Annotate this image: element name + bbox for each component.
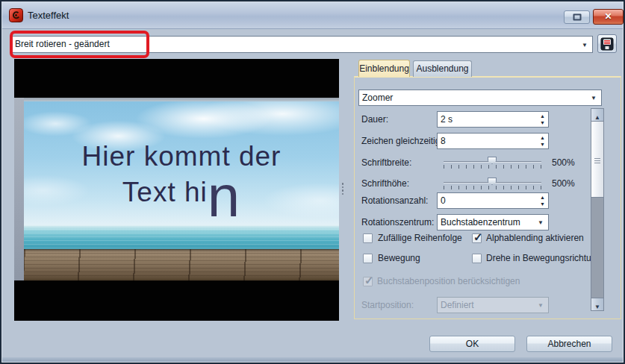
scroll-down-icon: ▼ [594, 304, 600, 310]
effect-combobox[interactable]: Zoomer ▼ [358, 90, 602, 106]
ocean-background [24, 225, 339, 249]
spin-up-icon[interactable]: ▲ [540, 195, 545, 200]
check-icon: ✓ [473, 230, 483, 244]
startposition-label: Startposition: [361, 297, 414, 313]
panel-scrollbar[interactable]: ▲ ▼ [591, 108, 604, 311]
preview-caption: Hier kommt der Text hin [24, 141, 339, 207]
preview-text-line2: Text hin [24, 178, 339, 207]
splitter-handle[interactable] [341, 183, 344, 198]
chevron-down-icon[interactable]: ▼ [582, 41, 588, 48]
close-button[interactable]: ✕ [593, 9, 624, 25]
rotationsanzahl-value: 0 [441, 193, 446, 208]
checkbox-bewegung[interactable] [363, 254, 373, 263]
drehe-label: Drehe in Bewegungsrichtung [486, 253, 601, 264]
cancel-button[interactable]: Abbrechen [526, 336, 612, 352]
rotationsanzahl-spinbox[interactable]: 0 ▲ ▼ [437, 192, 549, 209]
window-title: Texteffekt [28, 2, 69, 28]
preset-combobox[interactable]: Breit rotieren - geändert ▼ [10, 36, 593, 53]
scrollbar-down-button[interactable]: ▼ [591, 298, 603, 310]
effect-value: Zoomer [362, 90, 393, 105]
zeichen-label: Zeichen gleichzeitig: [361, 133, 443, 149]
video-preview: Hier kommt der Text hin [14, 59, 339, 321]
floppy-disk-icon [600, 37, 614, 51]
chevron-down-icon: ▼ [538, 302, 544, 309]
dauer-label: Dauer: [361, 111, 388, 128]
rotationszentrum-value: Buchstabenzentrum [441, 215, 520, 230]
letterbox-top [14, 59, 339, 98]
schriftbreite-label: Schriftbreite: [361, 154, 411, 171]
zoomed-letter: n [208, 181, 240, 211]
scrollbar-up-button[interactable]: ▲ [591, 109, 603, 122]
chevron-down-icon: ▼ [538, 219, 544, 226]
startposition-combobox: Definiert ▼ [437, 297, 549, 313]
checkbox-drehe-in-bewegungsrichtung[interactable] [472, 254, 482, 263]
window-bottom-edge [2, 357, 623, 362]
dauer-value: 2 s [441, 112, 453, 127]
spin-up-icon[interactable]: ▲ [540, 114, 545, 119]
startposition-value: Definiert [441, 298, 474, 313]
dauer-spinbox[interactable]: 2 s ▲ ▼ [437, 111, 549, 128]
scrollbar-grip-icon [594, 158, 600, 164]
preview-text-line2-prefix: Text hi [122, 178, 208, 207]
scrollbar-thumb[interactable] [591, 122, 603, 198]
check-icon: ✓ [364, 274, 374, 287]
titlebar[interactable]: Texteffekt ✕ [2, 2, 623, 29]
preset-value: Breit rotieren - geändert [15, 37, 110, 52]
rotationsanzahl-label: Rotationsanzahl: [361, 192, 428, 209]
schrifthoehe-label: Schrifthöhe: [361, 175, 409, 192]
zufaellige-reihenfolge-label: Zufällige Reihenfolge [378, 233, 462, 244]
checkbox-zufaellige-reihenfolge[interactable] [363, 233, 373, 243]
save-preset-button[interactable] [597, 34, 617, 53]
photo-edge-strip [14, 98, 24, 280]
app-icon [9, 8, 23, 22]
preview-text-line1: Hier kommt der [24, 141, 339, 172]
checkbox-buchstabenposition: ✓ [363, 277, 373, 286]
slider-ticks [444, 186, 541, 189]
scroll-up-icon: ▲ [594, 114, 600, 121]
bewegung-label: Bewegung [378, 253, 420, 264]
close-icon: ✕ [594, 10, 623, 24]
spin-down-icon[interactable]: ▼ [540, 121, 545, 125]
tab-ausblendung[interactable]: Ausblendung [413, 60, 472, 77]
rotationszentrum-combobox[interactable]: Buchstabenzentrum ▼ [437, 214, 549, 230]
rotationszentrum-label: Rotationszentrum: [361, 214, 434, 230]
alphablending-label: Alphablending aktivieren [486, 233, 584, 244]
tab-einblendung[interactable]: Einblendung [358, 60, 410, 77]
chevron-down-icon: ▼ [591, 95, 597, 101]
spin-up-icon[interactable]: ▲ [540, 136, 545, 140]
letterbox-bottom [14, 280, 339, 321]
schriftbreite-value: 500% [552, 154, 575, 171]
preview-photo: Hier kommt der Text hin [24, 98, 339, 280]
texteffekt-dialog: Texteffekt ✕ Breit rotieren - geändert ▼ [0, 0, 625, 364]
app-icon-glyph [11, 10, 21, 20]
schrifthoehe-value: 500% [552, 175, 575, 192]
spin-down-icon[interactable]: ▼ [540, 202, 545, 207]
ok-button[interactable]: OK [429, 336, 515, 352]
wood-deck [24, 249, 339, 280]
restore-button[interactable] [564, 10, 590, 24]
buchstabenposition-label: Buchstabenposition berücksichtigen [377, 276, 520, 287]
zeichen-value: 8 [441, 134, 446, 148]
slider-ticks [444, 165, 541, 169]
zeichen-spinbox[interactable]: 8 ▲ ▼ [437, 133, 549, 149]
restore-icon [573, 14, 581, 21]
spin-down-icon[interactable]: ▼ [540, 142, 545, 147]
checkbox-alphablending[interactable]: ✓ [472, 233, 482, 243]
